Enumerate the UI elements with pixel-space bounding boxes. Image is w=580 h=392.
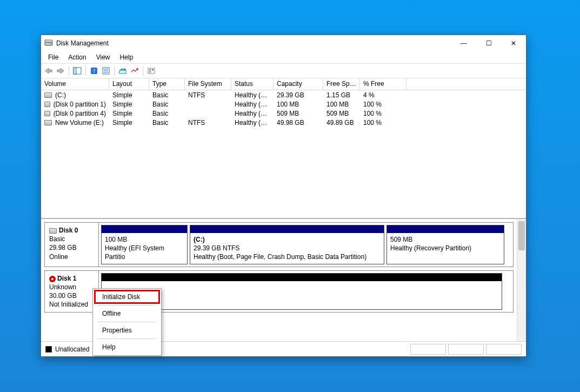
partition-body: 100 MBHealthy (EFI System Partitio	[102, 233, 187, 264]
cell-layout: Simple	[109, 119, 149, 127]
close-button[interactable]: ✕	[501, 35, 526, 51]
scrollbar-thumb[interactable]	[518, 221, 525, 250]
partition-body	[102, 281, 502, 310]
disk-pane: Disk 0Basic29.98 GBOnline100 MBHealthy (…	[41, 218, 526, 341]
table-row[interactable]: New Volume (E:)SimpleBasicNTFSHealthy (B…	[41, 118, 526, 127]
col-status[interactable]: Status	[231, 78, 274, 90]
disk-info[interactable]: Disk 0Basic29.98 GBOnline	[45, 223, 99, 267]
window-title: Disk Management	[56, 39, 109, 47]
col-free[interactable]: Free Spa...	[323, 78, 360, 90]
cell-free: 100 MB	[323, 101, 360, 108]
cell-fs: NTFS	[185, 91, 231, 99]
disk-state: Online	[49, 253, 94, 261]
partition[interactable]: 509 MBHealthy (Recovery Partition)	[386, 225, 504, 264]
cell-capacity: 29.39 GB	[274, 91, 323, 99]
window-controls: — ☐ ✕	[451, 35, 526, 51]
col-layout[interactable]: Layout	[109, 78, 149, 90]
cell-free: 1.15 GB	[323, 91, 360, 99]
col-capacity[interactable]: Capacity	[274, 78, 323, 90]
cell-layout: Simple	[109, 91, 149, 99]
more-icon[interactable]	[146, 65, 157, 76]
svg-rect-12	[148, 68, 155, 74]
menubar: File Action View Help	[41, 51, 526, 63]
ctx-properties[interactable]: Properties	[95, 324, 159, 337]
vertical-scrollbar[interactable]	[517, 219, 526, 341]
cell-status: Healthy (E...	[231, 101, 274, 108]
svg-text:?: ?	[93, 68, 96, 74]
cell-capacity: 49.98 GB	[274, 119, 323, 127]
legend-unallocated-swatch	[45, 346, 52, 353]
menu-help[interactable]: Help	[115, 52, 138, 62]
partition-title: (C:)	[194, 235, 381, 244]
error-icon: ●	[49, 276, 56, 282]
drive-icon	[44, 120, 52, 125]
menu-file[interactable]: File	[43, 52, 63, 62]
legend-unallocated-label: Unallocated	[55, 346, 89, 353]
disk-title: Disk 0	[49, 226, 94, 235]
context-menu: Initialize Disk Offline Properties Help	[92, 288, 162, 356]
cell-name: (Disk 0 partition 4)	[41, 110, 109, 117]
volume-list-header: Volume Layout Type File System Status Ca…	[41, 78, 526, 90]
app-icon	[44, 39, 53, 48]
forward-arrow-icon[interactable]	[55, 65, 66, 76]
drive-icon	[44, 102, 50, 107]
disk-info[interactable]: ●Disk 1Unknown30.00 GBNot Initialized	[45, 271, 99, 313]
cell-status: Healthy (B...	[231, 91, 274, 99]
minimize-button[interactable]: —	[451, 35, 476, 51]
refresh-icon[interactable]	[117, 65, 128, 76]
partition-size: 100 MB	[105, 235, 184, 244]
ctx-initialize-disk[interactable]: Initialize Disk	[95, 290, 159, 303]
svg-rect-15	[149, 71, 151, 72]
partition[interactable]: 100 MBHealthy (EFI System Partitio	[101, 225, 188, 264]
toolbar-separator	[85, 66, 86, 76]
svg-rect-4	[74, 68, 76, 74]
volume-list[interactable]: (C:)SimpleBasicNTFSHealthy (B...29.39 GB…	[41, 90, 526, 218]
cell-free: 49.89 GB	[323, 119, 360, 127]
ctx-separator	[98, 322, 156, 322]
properties-icon[interactable]	[101, 65, 111, 76]
menu-view[interactable]: View	[91, 52, 115, 62]
partition-size: 29.39 GB NTFS	[194, 244, 381, 253]
col-fs[interactable]: File System	[185, 78, 231, 90]
svg-rect-1	[45, 40, 52, 42]
cell-type: Basic	[149, 101, 185, 108]
ctx-help[interactable]: Help	[95, 341, 159, 354]
disk-partitions: 100 MBHealthy (EFI System Partitio(C:)29…	[99, 223, 513, 267]
partition[interactable]: (C:)29.39 GB NTFSHealthy (Boot, Page Fil…	[190, 225, 384, 264]
ctx-offline[interactable]: Offline	[95, 307, 159, 320]
maximize-button[interactable]: ☐	[476, 35, 501, 51]
disk-state: Not Initialized	[49, 300, 94, 309]
help-icon[interactable]: ?	[89, 65, 99, 76]
partition-size: 509 MB	[390, 235, 501, 244]
col-type[interactable]: Type	[149, 78, 185, 90]
disk-type: Unknown	[49, 283, 94, 291]
disk-size: 30.00 GB	[49, 291, 94, 300]
disk-type: Basic	[49, 235, 94, 243]
cell-fs: NTFS	[185, 119, 231, 127]
col-volume[interactable]: Volume	[41, 78, 109, 90]
disk-row: Disk 0Basic29.98 GBOnline100 MBHealthy (…	[44, 222, 514, 267]
status-cell	[448, 344, 484, 355]
titlebar[interactable]: Disk Management — ☐ ✕	[41, 35, 526, 51]
toolbar-separator	[69, 66, 69, 76]
partition-stripe	[102, 274, 502, 281]
cell-capacity: 100 MB	[274, 101, 323, 108]
settings-icon[interactable]	[129, 65, 140, 76]
cell-status: Healthy (B...	[231, 119, 274, 127]
back-arrow-icon[interactable]	[43, 65, 54, 76]
cell-pct: 100 %	[360, 101, 406, 108]
cell-layout: Simple	[109, 101, 149, 108]
col-pct[interactable]: % Free	[360, 78, 406, 90]
menu-action[interactable]: Action	[63, 52, 91, 62]
table-row[interactable]: (Disk 0 partition 1)SimpleBasicHealthy (…	[41, 99, 526, 109]
col-spacer	[406, 78, 526, 90]
show-hide-tree-icon[interactable]	[72, 65, 83, 76]
cell-pct: 4 %	[360, 91, 406, 99]
cell-pct: 100 %	[360, 119, 406, 127]
table-row[interactable]: (Disk 0 partition 4)SimpleBasicHealthy (…	[41, 109, 526, 118]
table-row[interactable]: (C:)SimpleBasicNTFSHealthy (B...29.39 GB…	[41, 90, 526, 99]
partition-status: Healthy (EFI System Partitio	[105, 244, 184, 261]
partition-stripe	[190, 225, 384, 233]
toolbar: ?	[41, 63, 526, 78]
status-cell	[486, 344, 522, 355]
